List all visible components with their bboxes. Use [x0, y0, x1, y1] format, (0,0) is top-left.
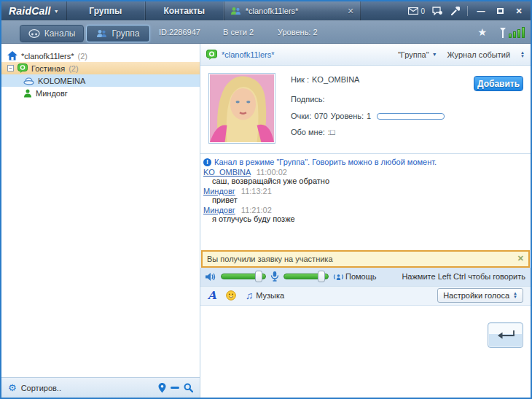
tree-channel-lobby[interactable]: − Гостиная (2) [1, 62, 200, 74]
mic-slider-thumb[interactable] [318, 271, 325, 282]
group-people-icon [230, 7, 241, 15]
tree-channel-count: (2) [69, 64, 78, 73]
speaker-slider-thumb[interactable] [255, 271, 262, 282]
voice-help-button[interactable]: Помощь [333, 272, 377, 282]
online-count-text: В сети 2 [223, 28, 254, 36]
chat-message: Миндовг 11:13:21 привет [203, 187, 528, 205]
wrench-icon[interactable] [450, 7, 460, 16]
notice-text: Вы получили заявку на участника [207, 255, 333, 263]
titlebar-separator [467, 6, 468, 16]
maximize-button[interactable] [494, 7, 506, 15]
font-style-button[interactable]: A [208, 289, 216, 302]
add-friend-button[interactable]: Добавить [474, 76, 523, 91]
message-author-link[interactable]: Миндовг [203, 206, 235, 214]
raidcall-window: RaidCall ▼ Группы Контакты *clanofk11ler… [0, 0, 532, 399]
message-input[interactable] [200, 306, 531, 398]
mode-dropdown[interactable]: "Группа" ▼ [398, 50, 437, 59]
toolbar: Каналы Группа ID:2286947 В сети 2 Уровен… [1, 20, 531, 44]
chevron-down-icon: ▼ [432, 52, 437, 57]
panel-header: *clanofk11lers* "Группа" ▼ Журнал событи… [200, 44, 531, 66]
profile-sign-row: Подпись: [291, 95, 325, 104]
enter-icon [496, 329, 516, 341]
tab-groups[interactable]: Группы [66, 1, 145, 20]
sign-label: Подпись: [291, 95, 325, 104]
emoticon-button[interactable] [226, 290, 236, 301]
search-icon[interactable] [184, 383, 193, 392]
message-text: привет [203, 195, 528, 205]
speaker-volume-slider[interactable] [221, 274, 266, 279]
close-button[interactable]: ✕ [513, 7, 525, 16]
sort-label[interactable]: Сортиров.. [21, 384, 61, 392]
sort-gear-icon[interactable]: ⚙ [8, 383, 17, 392]
mail-button[interactable]: 0 [408, 7, 425, 15]
compose-toolbar: A ♫ Музыка Настройки голоса ▲▼ [200, 286, 531, 306]
tab-groups-label: Группы [89, 6, 122, 16]
tab-channels[interactable]: Каналы [20, 25, 84, 42]
titlebar-actions: 0 — ✕ [408, 1, 531, 20]
maximize-icon [497, 8, 504, 14]
favorite-star-icon[interactable]: ★ [477, 26, 487, 38]
profile-about-row: Обо мне: :□ [291, 128, 335, 136]
tab-group-clanofk11lers[interactable]: *clanofk11lers* ✕ [224, 1, 361, 20]
group-panel: *clanofk11lers* "Группа" ▼ Журнал событи… [200, 44, 531, 398]
level-label: Уровень: [331, 112, 364, 120]
points-value: 070 [314, 112, 327, 120]
tree-member-mindovg[interactable]: Миндовг [1, 87, 200, 99]
tab-group-label: Группа [112, 28, 139, 39]
signal-strength-icon [500, 27, 525, 38]
member-status-icon [23, 77, 34, 85]
collapse-panel-icon[interactable]: ▲▼ [520, 51, 525, 58]
member-online-icon [23, 89, 32, 98]
tree-root-count: (2) [78, 52, 87, 61]
info-icon: ! [203, 158, 211, 166]
collapse-icon[interactable]: − [7, 65, 14, 71]
antenna-icon [500, 28, 506, 38]
push-to-talk-hint: Нажмите Left Ctrl чтобы говорить [402, 272, 525, 281]
profile-points-row: Очки: 070 Уровень: 1 [291, 112, 445, 120]
tree-root-group[interactable]: *clanofk11lers* (2) [1, 50, 200, 62]
tab-close-icon[interactable]: ✕ [348, 7, 354, 16]
about-label: Обо мне: [291, 128, 325, 136]
app-logo-label: RaidCall [9, 5, 51, 17]
send-button[interactable] [488, 322, 523, 348]
group-bubble-icon [206, 50, 217, 60]
locate-pin-icon[interactable] [158, 383, 166, 393]
app-logo-menu[interactable]: RaidCall ▼ [1, 1, 66, 20]
speaking-icon [333, 272, 344, 282]
message-text: саш, возвращайся уже обратно [203, 177, 528, 186]
tree-member-kolomeina[interactable]: KOLOMEINA [1, 74, 200, 87]
voice-settings-button[interactable]: Настройки голоса ▲▼ [437, 288, 523, 303]
main-area: *clanofk11lers* (2) − Гостиная (2) KOLOM… [1, 44, 531, 398]
profile-photo[interactable] [208, 73, 275, 144]
collapse-all-icon[interactable] [171, 387, 179, 389]
tab-contacts[interactable]: Контакты [145, 1, 224, 20]
add-friend-label: Добавить [477, 79, 520, 89]
channel-info-message: ! Канал в режиме "Группа". Говорить можн… [203, 158, 528, 166]
chat-log[interactable]: ! Канал в режиме "Группа". Говорить можн… [200, 154, 531, 250]
microphone-icon[interactable] [270, 271, 279, 282]
music-label: Музыка [256, 291, 284, 300]
doc-tab-label: *clanofk11lers* [246, 7, 299, 15]
tab-group[interactable]: Группа [86, 25, 150, 42]
user-id-text: ID:2286947 [159, 28, 200, 36]
chat-settings-icon[interactable] [432, 7, 443, 15]
panel-title: *clanofk11lers* [222, 50, 275, 59]
message-input-area [200, 306, 531, 398]
level-text: Уровень: 2 [278, 28, 318, 36]
mic-volume-slider[interactable] [283, 274, 329, 279]
level-value: 1 [367, 112, 371, 120]
profile-nick-row: Ник : KO_OMBINA [291, 75, 359, 84]
notice-close-icon[interactable]: ✕ [517, 254, 524, 263]
music-button[interactable]: ♫ Музыка [246, 290, 284, 301]
chat-message: Миндовг 11:21:02 я отлучусь буду позже [203, 206, 528, 224]
message-timestamp: 11:00:02 [257, 168, 287, 177]
minimize-button[interactable]: — [475, 7, 487, 15]
headphones-icon [28, 29, 40, 38]
speaker-icon[interactable] [206, 272, 216, 282]
message-author-link[interactable]: Миндовг [203, 187, 235, 195]
message-author-link[interactable]: KO_OMBINA [203, 168, 251, 177]
tree-member-label: KOLOMEINA [38, 77, 85, 85]
channel-info-text: Канал в режиме "Группа". Говорить можно … [214, 158, 437, 166]
tree-member-label: Миндовг [36, 89, 68, 98]
event-log-link[interactable]: Журнал событий [447, 50, 510, 59]
